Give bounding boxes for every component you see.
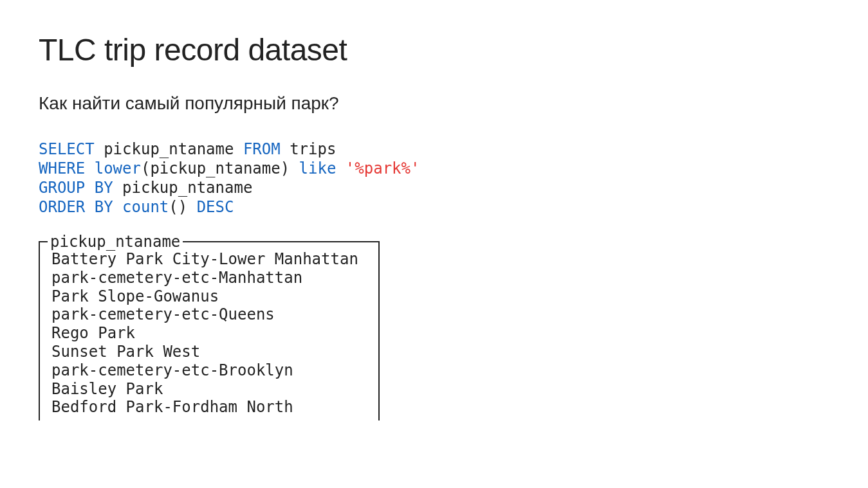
col-name: pickup_ntaname [104,140,234,158]
output-row: Battery Park City-Lower Manhattan [51,250,367,269]
kw-desc: DESC [197,198,234,216]
kw-where: WHERE [39,159,85,177]
output-row: park-cemetery-etc-Brooklyn [51,361,367,380]
output-row: Bedford Park-Fordham North [51,398,367,417]
output-row: Sunset Park West [51,343,367,361]
kw-groupby: GROUP BY [39,179,113,197]
kw-orderby: ORDER BY [39,198,113,216]
output-row: park-cemetery-etc-Manhattan [51,269,367,287]
output-row: park-cemetery-etc-Queens [51,305,367,324]
table-name: trips [290,140,336,158]
slide: TLC trip record dataset Как найти самый … [0,0,868,453]
output-row: Rego Park [51,324,367,343]
output-rows: Battery Park City-Lower Manhattan park-c… [40,242,378,420]
sql-query: SELECT pickup_ntaname FROM trips WHERE l… [39,140,829,217]
group-col: pickup_ntaname [122,179,252,197]
kw-select: SELECT [39,140,95,158]
kw-from: FROM [243,140,281,158]
subtitle: Как найти самый популярный парк? [39,93,829,114]
str-pattern: '%park%' [346,159,420,177]
fn-lower: lower [95,159,141,177]
output-column-header: pickup_ntaname [48,233,183,251]
query-output: pickup_ntaname Battery Park City-Lower M… [39,241,380,420]
output-row: Park Slope-Gowanus [51,287,367,306]
fn-count: count [122,198,169,216]
page-title: TLC trip record dataset [39,32,829,68]
kw-like: like [299,159,337,177]
count-parens: () [169,198,187,216]
fn-arg: (pickup_ntaname) [141,159,290,177]
output-row: Baisley Park [51,380,367,399]
